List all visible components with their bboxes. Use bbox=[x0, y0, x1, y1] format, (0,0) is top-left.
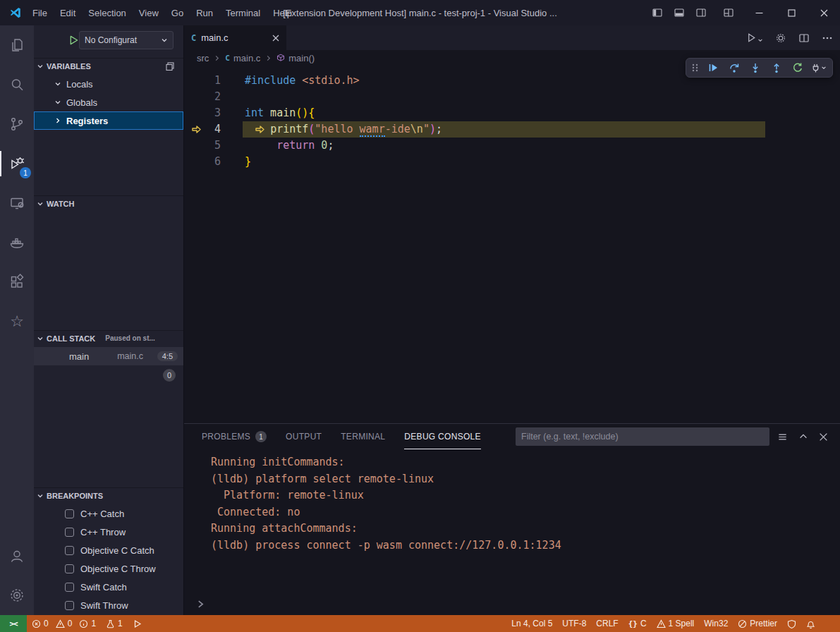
tab-output[interactable]: OUTPUT bbox=[286, 424, 322, 449]
language-mode-status[interactable]: {} C bbox=[623, 615, 652, 632]
breakpoint-row[interactable]: Objective C Catch bbox=[34, 541, 183, 559]
views-panel-icon[interactable] bbox=[165, 61, 175, 71]
breakpoints-section-header[interactable]: BREAKPOINTS bbox=[34, 487, 183, 503]
remote-indicator[interactable]: >< bbox=[0, 615, 27, 632]
breadcrumb-file[interactable]: C main.c bbox=[225, 53, 260, 63]
toggle-panel-icon[interactable] bbox=[674, 7, 685, 18]
more-actions-icon[interactable] bbox=[822, 32, 833, 44]
source-control-icon[interactable] bbox=[0, 104, 34, 144]
formatter-label: Prettier bbox=[750, 619, 777, 628]
line-number[interactable]: 3 bbox=[184, 105, 221, 121]
line-number[interactable]: 4 bbox=[184, 121, 221, 138]
minimize-button[interactable] bbox=[743, 0, 775, 25]
split-editor-icon[interactable] bbox=[798, 32, 810, 44]
favorites-star-icon[interactable]: ☆ bbox=[0, 302, 34, 341]
disconnect-button[interactable] bbox=[809, 59, 828, 76]
close-window-button[interactable] bbox=[808, 0, 840, 25]
customize-layout-icon[interactable] bbox=[723, 7, 734, 18]
explorer-icon[interactable] bbox=[0, 25, 34, 65]
breakpoint-row[interactable]: Objective C Throw bbox=[34, 559, 183, 578]
callstack-frame-row[interactable]: main main.c 4:5 bbox=[34, 347, 183, 365]
tab-label: PROBLEMS bbox=[202, 432, 250, 442]
close-tab-icon[interactable] bbox=[272, 35, 279, 42]
breadcrumb-folder[interactable]: src bbox=[197, 53, 209, 63]
menu-item-selection[interactable]: Selection bbox=[82, 4, 132, 21]
toolchain-status[interactable]: 1 bbox=[101, 615, 128, 632]
code-editor[interactable]: 1 #include <stdio.h> 2 3 int main(){ 4 p… bbox=[184, 66, 840, 423]
variables-scope-locals[interactable]: Locals bbox=[34, 75, 183, 93]
breakpoint-label: Objective C Throw bbox=[80, 564, 156, 574]
continue-button[interactable] bbox=[703, 59, 722, 76]
checkbox[interactable] bbox=[65, 564, 74, 573]
menu-item-run[interactable]: Run bbox=[190, 4, 219, 21]
eol-status[interactable]: CRLF bbox=[591, 615, 623, 632]
search-icon[interactable] bbox=[0, 65, 34, 104]
spell-checker-status[interactable]: 1 Spell bbox=[652, 615, 700, 632]
run-file-button[interactable] bbox=[746, 32, 763, 43]
menu-item-view[interactable]: View bbox=[133, 4, 165, 21]
problems-status[interactable]: 0 0 1 bbox=[27, 615, 101, 632]
restart-button[interactable] bbox=[788, 59, 807, 76]
checkbox[interactable] bbox=[65, 583, 74, 592]
line-number[interactable]: 1 bbox=[184, 73, 221, 89]
filter-lines-icon[interactable] bbox=[777, 432, 788, 442]
build-target-status[interactable]: Win32 bbox=[699, 615, 733, 632]
variables-scope-registers[interactable]: Registers bbox=[34, 111, 183, 130]
tab-terminal[interactable]: TERMINAL bbox=[341, 424, 385, 449]
menu-item-terminal[interactable]: Terminal bbox=[219, 4, 267, 21]
variables-section-header[interactable]: VARIABLES bbox=[34, 58, 183, 73]
extensions-icon[interactable] bbox=[0, 262, 34, 302]
tab-debug-console[interactable]: DEBUG CONSOLE bbox=[404, 424, 481, 449]
notifications-status[interactable] bbox=[801, 615, 820, 632]
shield-status[interactable] bbox=[782, 615, 801, 632]
breakpoint-row[interactable]: C++ Throw bbox=[34, 523, 183, 541]
breakpoint-row[interactable]: Swift Catch bbox=[34, 578, 183, 596]
formatter-status[interactable]: Prettier bbox=[733, 615, 782, 632]
debug-config-dropdown[interactable]: No Configurat bbox=[79, 31, 174, 49]
accounts-icon[interactable] bbox=[0, 536, 34, 576]
settings-gear-icon[interactable] bbox=[0, 576, 34, 615]
drag-grip-icon[interactable] bbox=[690, 62, 700, 73]
menu-item-edit[interactable]: Edit bbox=[54, 4, 82, 21]
editor-settings-gear-icon[interactable] bbox=[775, 32, 786, 44]
cursor-position-status[interactable]: Ln 4, Col 5 bbox=[506, 615, 557, 632]
maximize-panel-chevron-icon[interactable] bbox=[798, 432, 808, 442]
maximize-button[interactable] bbox=[775, 0, 808, 25]
toggle-secondary-sidebar-icon[interactable] bbox=[695, 7, 707, 18]
scope-label: Registers bbox=[66, 116, 108, 126]
menu-item-go[interactable]: Go bbox=[165, 4, 190, 21]
docker-icon[interactable] bbox=[0, 223, 34, 262]
close-panel-icon[interactable] bbox=[819, 432, 828, 442]
callstack-section-header[interactable]: CALL STACK Paused on st... bbox=[34, 330, 183, 346]
console-filter-input[interactable] bbox=[516, 427, 769, 446]
line-number[interactable]: 2 bbox=[184, 89, 221, 105]
variables-scope-globals[interactable]: Globals bbox=[34, 93, 183, 111]
tab-problems[interactable]: PROBLEMS 1 bbox=[202, 424, 267, 449]
menu-item-file[interactable]: File bbox=[26, 4, 54, 21]
run-and-debug-icon[interactable]: 1 bbox=[0, 144, 34, 183]
checkbox[interactable] bbox=[65, 601, 74, 610]
toggle-sidebar-icon[interactable] bbox=[652, 7, 663, 18]
watch-section-header[interactable]: WATCH bbox=[34, 195, 183, 211]
tab-main-c[interactable]: C main.c bbox=[184, 25, 286, 50]
code-line: 6 } bbox=[184, 154, 840, 170]
start-debug-icon[interactable] bbox=[68, 35, 79, 46]
step-over-button[interactable] bbox=[724, 59, 743, 76]
breadcrumb-symbol[interactable]: main() bbox=[276, 53, 315, 63]
console-input-chevron-icon[interactable] bbox=[196, 600, 205, 609]
console-line: (lldb) process connect -p wasm connect:/… bbox=[211, 537, 840, 554]
breakpoints-title: BREAKPOINTS bbox=[47, 492, 103, 500]
quick-run-status[interactable] bbox=[128, 615, 147, 632]
remote-explorer-icon[interactable] bbox=[0, 183, 34, 223]
token: return bbox=[276, 139, 315, 152]
checkbox[interactable] bbox=[65, 528, 74, 537]
breakpoint-row[interactable]: C++ Catch bbox=[34, 504, 183, 523]
checkbox[interactable] bbox=[65, 546, 74, 555]
line-number[interactable]: 6 bbox=[184, 154, 221, 170]
breakpoint-row[interactable]: Swift Throw bbox=[34, 596, 183, 614]
line-number[interactable]: 5 bbox=[184, 138, 221, 154]
checkbox[interactable] bbox=[65, 509, 74, 518]
encoding-status[interactable]: UTF-8 bbox=[557, 615, 591, 632]
step-out-button[interactable] bbox=[767, 59, 786, 76]
step-into-button[interactable] bbox=[745, 59, 765, 76]
